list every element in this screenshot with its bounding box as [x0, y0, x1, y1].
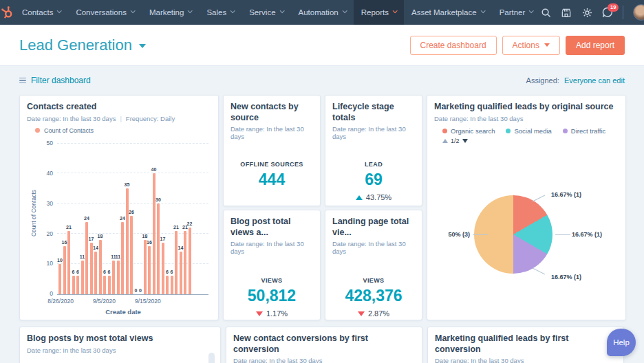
nav-item-automation[interactable]: Automation — [291, 0, 354, 25]
bar-chart: Count of Contacts 0102030405010162166112… — [27, 144, 211, 316]
bar[interactable]: 11 — [112, 144, 115, 294]
nav-item-service[interactable]: Service — [242, 0, 290, 25]
legend-item-count-of-contacts[interactable]: Count of Contacts — [35, 127, 211, 134]
bar[interactable]: 24 — [85, 144, 88, 294]
nav-item-contacts[interactable]: Contacts — [14, 0, 68, 25]
bar-rect — [175, 231, 178, 294]
y-axis-tick: 30 — [36, 201, 53, 207]
actions-label: Actions — [513, 41, 539, 50]
marketplace-icon[interactable] — [561, 7, 572, 18]
frequency: Frequency: Daily — [126, 115, 175, 122]
bar[interactable]: 0 — [135, 144, 138, 294]
bar[interactable]: 0 — [139, 144, 142, 294]
card-title: Blog post total views a... — [230, 217, 313, 238]
legend-page-down-icon[interactable] — [462, 139, 468, 143]
card-title: Marketing qualified leads by original so… — [434, 102, 619, 113]
bar[interactable]: 21 — [67, 144, 70, 294]
bar[interactable]: 17 — [90, 144, 93, 294]
nav-item-sales[interactable]: Sales — [199, 0, 242, 25]
bar-value-label: 35 — [125, 182, 130, 187]
card-subtitle: Date range: In the last 30 days — [434, 115, 619, 122]
bar[interactable]: 21 — [184, 144, 186, 294]
bar[interactable]: 26 — [130, 144, 133, 294]
bar[interactable]: 40 — [153, 144, 155, 294]
hubspot-logo-icon[interactable] — [0, 0, 14, 25]
legend-item-social-media[interactable]: Social media — [506, 127, 551, 135]
filter-dashboard-button[interactable]: Filter dashboard — [19, 76, 91, 85]
stat-label: LEAD — [332, 161, 415, 168]
delta-up-icon — [356, 195, 363, 200]
bar-rect — [171, 276, 173, 294]
bar[interactable]: 16 — [63, 144, 66, 294]
bar-rect — [112, 261, 115, 294]
bar[interactable]: 21 — [175, 144, 178, 294]
dashboard-title-dropdown[interactable]: Lead Generation — [19, 36, 146, 54]
bar-value-label: 6 — [76, 270, 79, 274]
bar[interactable]: 22 — [189, 144, 191, 294]
bar-value-label: 22 — [187, 221, 193, 226]
stat-value[interactable]: 444 — [230, 170, 313, 189]
stat-value[interactable]: 50,812 — [230, 287, 313, 305]
settings-icon[interactable] — [581, 7, 592, 18]
legend-item-direct-traffic[interactable]: Direct traffic — [563, 127, 606, 135]
chevron-down-icon — [480, 8, 485, 13]
bar[interactable]: 30 — [157, 144, 160, 294]
bar-value-label: 6 — [72, 270, 75, 274]
stat-value[interactable]: 69 — [332, 170, 415, 189]
card-scrollbar[interactable] — [208, 353, 215, 363]
card-subtitle: Date range: In the last 30 days — [230, 125, 313, 140]
notifications-icon[interactable]: 19 — [602, 7, 613, 18]
legend-dot-icon — [35, 128, 40, 133]
create-dashboard-button[interactable]: Create dashboard — [410, 36, 497, 55]
bar[interactable]: 10 — [58, 144, 61, 294]
chevron-down-icon — [230, 8, 235, 13]
bar-value-label: 11 — [116, 254, 120, 259]
chevron-down-icon — [393, 8, 398, 13]
bar[interactable]: 11 — [117, 144, 120, 294]
y-axis-tick: 40 — [36, 170, 53, 177]
bar[interactable]: 14 — [180, 144, 182, 294]
bar[interactable]: 6 — [166, 144, 169, 294]
page-header: Lead Generation Create dashboard Actions… — [0, 25, 644, 66]
nav-item-partner[interactable]: Partner — [492, 0, 541, 25]
legend-dot-icon — [563, 129, 568, 133]
bar[interactable]: 14 — [94, 144, 97, 294]
pie-slice-label: 16.67% (1) — [551, 191, 581, 198]
bar[interactable]: 6 — [108, 144, 111, 294]
nav-item-asset-marketplace[interactable]: Asset Marketplace — [404, 0, 492, 25]
card-mql-by-first-conversion: Marketing qualified leads by first conve… — [427, 327, 624, 363]
add-report-button[interactable]: Add report — [566, 36, 625, 55]
bar-plot-area: 0102030405010162166112417141866111124352… — [57, 144, 208, 295]
chevron-down-icon — [188, 8, 193, 13]
bar[interactable]: 18 — [99, 144, 102, 294]
date-range: Date range: In the last 30 days — [233, 357, 322, 363]
date-range: Date range: In the last 30 days — [27, 346, 116, 354]
stat-delta: 2.87% — [332, 309, 415, 318]
bar[interactable]: 18 — [144, 144, 147, 294]
bar[interactable]: 6 — [72, 144, 75, 294]
bar[interactable]: 11 — [81, 144, 84, 294]
bar[interactable]: 24 — [121, 144, 124, 294]
search-icon[interactable] — [540, 7, 551, 18]
bar[interactable]: 16 — [148, 144, 151, 294]
bar[interactable]: 35 — [126, 144, 129, 294]
bar[interactable]: 6 — [171, 144, 173, 294]
legend-item-organic-search[interactable]: Organic search — [442, 127, 495, 135]
pie-slice-label: 50% (3) — [434, 231, 470, 238]
assigned-value-link[interactable]: Everyone can edit — [564, 76, 625, 85]
actions-button[interactable]: Actions — [502, 36, 560, 55]
nav-item-marketing[interactable]: Marketing — [142, 0, 200, 25]
nav-item-conversations[interactable]: Conversations — [68, 0, 142, 25]
legend-page-up-icon[interactable] — [442, 139, 448, 143]
bar[interactable]: 6 — [76, 144, 79, 294]
bar[interactable]: 6 — [103, 144, 106, 294]
avatar[interactable] — [633, 4, 644, 21]
stat-value[interactable]: 428,376 — [332, 287, 415, 305]
card-mql-by-original-source: Marketing qualified leads by original so… — [427, 95, 626, 320]
nav-item-reports[interactable]: Reports — [354, 0, 404, 25]
stat-views: VIEWS 428,376 2.87% — [332, 277, 415, 318]
help-button[interactable]: Help — [607, 329, 636, 356]
bar[interactable]: 17 — [162, 144, 164, 294]
pie-leader-line — [555, 234, 570, 235]
bar-value-label: 21 — [173, 225, 179, 230]
